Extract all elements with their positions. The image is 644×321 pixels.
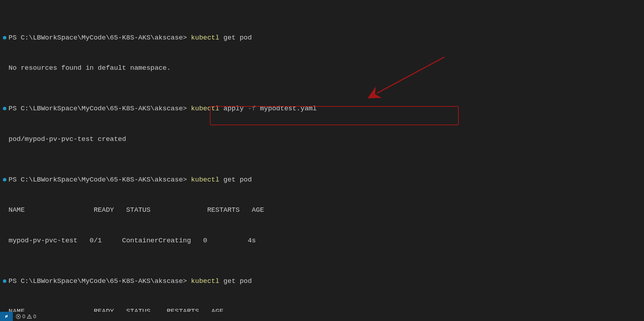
table-header: NAME READY STATUS RESTARTS AGE bbox=[3, 205, 641, 215]
terminal-output[interactable]: PS C:\LBWorkSpace\MyCode\65-K8S-AKS\aksc… bbox=[0, 0, 644, 321]
problems-button[interactable]: 0 0 bbox=[13, 313, 39, 320]
status-bar: 0 0 bbox=[0, 312, 644, 321]
cmd-args: apply bbox=[219, 104, 248, 114]
prompt-line-1: PS C:\LBWorkSpace\MyCode\65-K8S-AKS\aksc… bbox=[3, 33, 641, 43]
svg-line-0 bbox=[377, 57, 445, 93]
cmd-keyword: kubectl bbox=[191, 276, 219, 286]
error-count: 0 bbox=[22, 313, 25, 320]
prompt-path: PS C:\LBWorkSpace\MyCode\65-K8S-AKS\aksc… bbox=[9, 33, 191, 43]
cmd-keyword: kubectl bbox=[191, 104, 219, 114]
cmd-keyword: kubectl bbox=[191, 33, 219, 43]
bullet-icon bbox=[3, 107, 6, 110]
prompt-line-2: PS C:\LBWorkSpace\MyCode\65-K8S-AKS\aksc… bbox=[3, 104, 641, 114]
warning-count: 0 bbox=[33, 313, 36, 320]
svg-point-3 bbox=[29, 317, 30, 318]
bullet-icon bbox=[3, 36, 6, 40]
cmd-args: get pod bbox=[219, 276, 252, 286]
bullet-icon bbox=[3, 178, 6, 181]
cmd-flag: -f bbox=[248, 104, 256, 114]
output-line: pod/mypod-pv-pvc-test created bbox=[3, 134, 641, 144]
prompt-path: PS C:\LBWorkSpace\MyCode\65-K8S-AKS\aksc… bbox=[9, 175, 191, 185]
remote-button[interactable] bbox=[0, 312, 13, 321]
output-line: No resources found in default namespace. bbox=[3, 63, 641, 73]
prompt-path: PS C:\LBWorkSpace\MyCode\65-K8S-AKS\aksc… bbox=[9, 276, 191, 286]
table-row: mypod-pv-pvc-test 0/1 ContainerCreating … bbox=[3, 236, 641, 246]
cmd-args: mypodtest.yaml bbox=[256, 104, 317, 114]
error-icon bbox=[16, 314, 21, 319]
remote-icon bbox=[4, 314, 9, 319]
cmd-args: get pod bbox=[219, 33, 252, 43]
prompt-line-3: PS C:\LBWorkSpace\MyCode\65-K8S-AKS\aksc… bbox=[3, 175, 641, 185]
warning-icon bbox=[27, 314, 32, 319]
cmd-args: get pod bbox=[219, 175, 252, 185]
prompt-line-4: PS C:\LBWorkSpace\MyCode\65-K8S-AKS\aksc… bbox=[3, 276, 641, 286]
bullet-icon bbox=[3, 279, 6, 283]
cmd-keyword: kubectl bbox=[191, 175, 219, 185]
prompt-path: PS C:\LBWorkSpace\MyCode\65-K8S-AKS\aksc… bbox=[9, 104, 191, 114]
